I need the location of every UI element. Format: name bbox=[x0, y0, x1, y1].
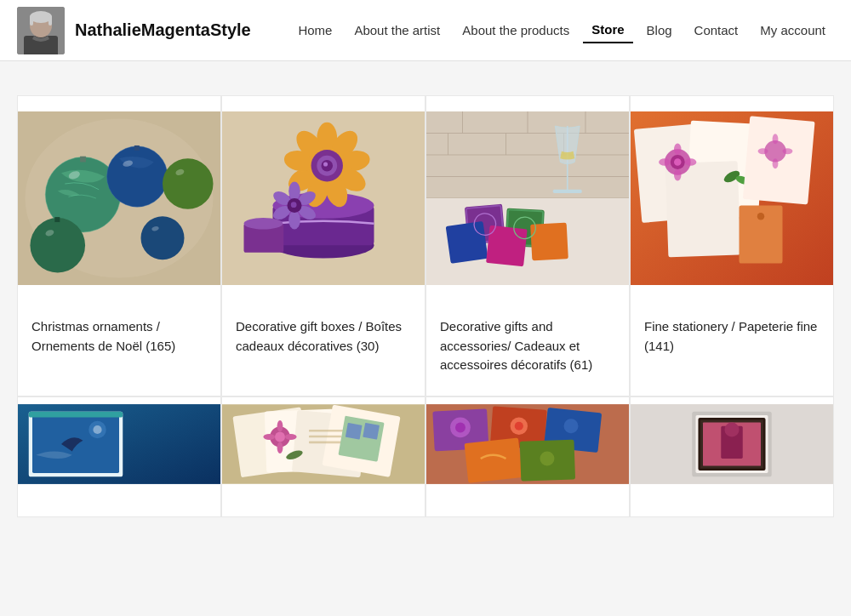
svg-rect-119 bbox=[338, 415, 384, 461]
svg-point-16 bbox=[30, 218, 85, 273]
svg-rect-70 bbox=[446, 221, 488, 264]
nav-contact[interactable]: Contact bbox=[686, 18, 747, 43]
product-card-giftboxes[interactable]: Decorative gift boxes / Boîtes cadeaux d… bbox=[221, 95, 426, 396]
svg-point-111 bbox=[277, 419, 283, 431]
product-grid-row1: Christmas ornaments / Ornements de Noël … bbox=[17, 95, 834, 396]
product-info-ornaments: Christmas ornaments / Ornements de Noël … bbox=[18, 300, 220, 385]
svg-point-83 bbox=[674, 143, 682, 155]
product-card-colorful[interactable] bbox=[426, 396, 630, 517]
svg-rect-71 bbox=[486, 225, 528, 267]
svg-point-84 bbox=[674, 169, 682, 181]
svg-rect-5 bbox=[49, 15, 52, 26]
product-info-giftboxes: Decorative gift boxes / Boîtes cadeaux d… bbox=[222, 300, 425, 385]
svg-point-88 bbox=[757, 213, 765, 220]
product-card-ornaments[interactable]: Christmas ornaments / Ornements de Noël … bbox=[17, 95, 221, 396]
product-info-colorful bbox=[426, 491, 629, 516]
product-image-giftboxes bbox=[222, 96, 425, 300]
svg-rect-126 bbox=[465, 437, 523, 482]
svg-point-50 bbox=[244, 218, 283, 230]
site-logo[interactable]: NathalieMagentaStyle bbox=[17, 7, 251, 54]
product-title-stationery: Fine stationery / Papeterie fine (141) bbox=[644, 317, 820, 356]
product-title-giftboxes: Decorative gift boxes / Boîtes cadeaux d… bbox=[236, 317, 411, 356]
product-info-stationery: Fine stationery / Papeterie fine (141) bbox=[631, 300, 833, 385]
product-image-stationery bbox=[631, 96, 833, 300]
svg-point-21 bbox=[163, 158, 214, 209]
product-image-gifts bbox=[426, 96, 629, 300]
nav-about-products[interactable]: About the products bbox=[454, 18, 578, 43]
svg-point-110 bbox=[275, 431, 285, 442]
product-info-cards bbox=[222, 491, 425, 516]
avatar bbox=[17, 7, 65, 54]
svg-point-95 bbox=[758, 148, 768, 154]
svg-point-93 bbox=[773, 134, 779, 144]
product-info-gifts: Decorative gifts and accessories/ Cadeau… bbox=[426, 300, 629, 396]
product-title-ornaments: Christmas ornaments / Ornements de Noël … bbox=[31, 317, 207, 356]
svg-rect-15 bbox=[134, 145, 140, 151]
svg-point-82 bbox=[674, 158, 682, 166]
product-image-cards bbox=[222, 397, 425, 491]
svg-point-19 bbox=[141, 216, 185, 260]
product-image-blue-art bbox=[18, 397, 220, 491]
svg-point-41 bbox=[288, 181, 300, 200]
nav-blog[interactable]: Blog bbox=[638, 18, 681, 43]
product-image-colorful bbox=[426, 397, 629, 491]
product-title-gifts: Decorative gifts and accessories/ Cadeau… bbox=[440, 317, 615, 375]
svg-rect-18 bbox=[54, 217, 60, 222]
svg-rect-117 bbox=[309, 435, 341, 437]
product-info-blue-art bbox=[18, 491, 220, 516]
svg-rect-11 bbox=[80, 157, 86, 163]
site-header: NathalieMagentaStyle Home About the arti… bbox=[0, 0, 851, 61]
svg-point-94 bbox=[773, 158, 779, 168]
svg-point-132 bbox=[515, 421, 523, 430]
svg-point-142 bbox=[725, 422, 740, 436]
svg-point-134 bbox=[540, 451, 554, 465]
product-info-small bbox=[631, 491, 833, 516]
svg-point-48 bbox=[291, 202, 297, 208]
main-nav: Home About the artist About the products… bbox=[251, 17, 834, 43]
svg-point-112 bbox=[277, 442, 283, 453]
product-grid-row2 bbox=[17, 396, 834, 517]
svg-point-113 bbox=[263, 434, 275, 440]
svg-point-133 bbox=[564, 419, 579, 433]
svg-point-40 bbox=[323, 163, 328, 167]
svg-point-130 bbox=[455, 422, 465, 432]
nav-store[interactable]: Store bbox=[583, 17, 632, 43]
svg-point-114 bbox=[285, 434, 297, 440]
product-card-stationery[interactable]: Fine stationery / Papeterie fine (141) bbox=[630, 95, 834, 396]
svg-point-102 bbox=[93, 425, 101, 433]
product-image-small bbox=[631, 397, 833, 491]
svg-rect-103 bbox=[29, 411, 123, 417]
svg-point-44 bbox=[288, 210, 300, 229]
product-image-ornaments bbox=[18, 96, 220, 300]
site-name: NathalieMagentaStyle bbox=[75, 20, 251, 40]
nav-account[interactable]: My account bbox=[751, 18, 834, 43]
svg-rect-65 bbox=[553, 190, 582, 193]
svg-rect-4 bbox=[30, 15, 33, 26]
main-content: Christmas ornaments / Ornements de Noël … bbox=[0, 61, 851, 534]
svg-point-86 bbox=[685, 158, 697, 166]
product-card-gifts[interactable]: Decorative gifts and accessories/ Cadeau… bbox=[426, 95, 630, 396]
svg-rect-121 bbox=[363, 422, 380, 439]
product-card-blue-art[interactable] bbox=[17, 396, 221, 517]
nav-home[interactable]: Home bbox=[289, 18, 340, 43]
nav-about-artist[interactable]: About the artist bbox=[346, 18, 448, 43]
svg-rect-120 bbox=[346, 422, 363, 439]
svg-point-96 bbox=[783, 148, 793, 154]
product-card-cards[interactable] bbox=[221, 396, 426, 517]
svg-point-85 bbox=[659, 158, 671, 166]
product-card-small[interactable] bbox=[630, 396, 834, 517]
